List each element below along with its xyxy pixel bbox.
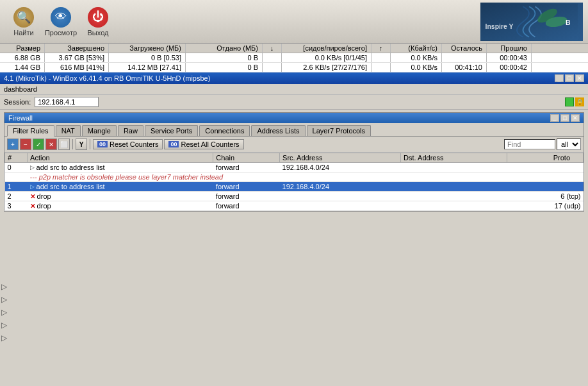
tab-connections[interactable]: Connections [199,125,250,136]
row2-uploaded: 0 B [186,63,263,72]
view-label: Просмотр [45,29,77,37]
firewall-maximize-button[interactable]: □ [560,114,569,122]
find-button[interactable]: 🔍 Найти [5,3,42,40]
col-done: Завершено [45,44,109,53]
row2-done: 616 MB [41%] [45,63,109,72]
reset-counters-button[interactable]: 00 Reset Counters [93,139,163,149]
table-row-warning: --- p2p matcher is obsolete please use l… [5,172,584,182]
reset-all-badge: 00 [168,141,179,147]
table-row[interactable]: 1 ▷ add src to address list forward 192.… [5,182,584,192]
table-row[interactable]: 3 ✕ drop forward 17 (udp) [5,201,584,211]
reset-all-counters-button[interactable]: 00 Reset All Counters [164,139,243,149]
row2-downloaded: 14.12 MB [27.41] [109,63,186,72]
tab-raw[interactable]: Raw [118,125,143,136]
row0-src: 192.168.4.0/24 [280,163,401,172]
reset-counters-label: Reset Counters [110,140,158,148]
row0-num: 0 [5,163,28,172]
col-seeds: [сидов/пиров/всего] [282,44,372,53]
tab-address-lists[interactable]: Address Lists [251,125,305,136]
row1-done: 3.67 GB [53%] [45,53,109,62]
find-input[interactable] [504,139,555,149]
firewall-minimize-button[interactable]: _ [550,114,559,122]
arrow-icon: ▷ [30,164,35,171]
svg-text:B: B [566,19,571,26]
view-icon: 👁 [51,7,71,28]
row1-downloaded: 0 B [0.53] [109,53,186,62]
row1-seeds: 0.0 KB/s [0/1/45] [282,53,372,62]
col-header-num: # [5,153,28,163]
session-label-text: Session: [4,98,31,106]
col-down-arrow: ↓ [263,44,282,53]
table-row[interactable]: 0 ▷ add src to address list forward 192.… [5,163,584,172]
tab-mangle[interactable]: Mangle [82,125,117,136]
minimize-button[interactable]: _ [555,74,564,82]
winbox-title-text: 4.1 (MikroTik) - WinBox v6.41.4 on RB Om… [4,74,210,82]
row1-chain: forward [213,182,280,192]
reset-all-label: Reset All Counters [181,140,239,148]
row3-dst [401,201,507,211]
x-icon: ✕ [30,203,35,210]
warning-message: --- p2p matcher is obsolete please use l… [28,172,584,182]
row0-action: ▷ add src to address list [28,163,213,172]
row1-uploaded: 0 B [186,53,263,62]
tab-layer7[interactable]: Layer7 Protocols [307,125,372,136]
row2-proto: 6 (tcp) [507,192,583,201]
find-icon: 🔍 [13,7,34,28]
close-button[interactable]: ✕ [575,74,584,82]
row2-src [280,192,401,201]
row1-num: 1 [5,182,28,192]
row1-up-icon [372,53,391,62]
maximize-button[interactable]: □ [565,74,574,82]
tab-service-ports[interactable]: Service Ports [145,125,198,136]
session-bar: Session: 🔒 [0,95,588,110]
find-select[interactable]: all [557,138,581,150]
col-uploaded: Отдано (МБ) [186,44,263,53]
enable-button[interactable]: ✓ [33,138,44,150]
row1-size: 6.88 GB [0,53,45,62]
firewall-table: # Action Chain Src. Address Dst. Address… [4,153,584,211]
view-button[interactable]: 👁 Просмотр [42,3,79,40]
row1-remaining [442,53,487,62]
add-button[interactable]: + [7,138,19,150]
brand-logo: B Inspire Y [480,3,583,41]
tab-bar: Filter Rules NAT Mangle Raw Service Port… [4,123,584,137]
download-row-2: 1.44 GB 616 MB [41%] 14.12 MB [27.41] 0 … [0,63,588,72]
firewall-table-wrap: # Action Chain Src. Address Dst. Address… [4,153,584,211]
row2-elapsed: 00:00:42 [487,63,532,72]
filter-button[interactable]: Y [76,138,87,150]
firewall-panel: Firewall _ □ ✕ Filter Rules NAT Mangle R… [4,112,584,212]
col-remaining: Осталось [442,44,487,53]
session-input[interactable] [35,97,99,107]
row2-speed: 0.0 KB/s [391,63,442,72]
col-speed: (Кбайт/с) [391,44,442,53]
row2-seeds: 2.6 KB/s [27/27/176] [282,63,372,72]
action-bar: + − ✓ ✕ ⬜ Y 00 Reset Counters 00 Reset A… [4,137,584,153]
col-header-action: Action [28,153,213,163]
download-header: Размер Завершено Загружено (МБ) Отдано (… [0,44,588,53]
row0-chain: forward [213,163,280,172]
exit-label: Выход [88,29,109,37]
exit-button[interactable]: ⏻ Выход [79,3,117,40]
table-row[interactable]: 2 ✕ drop forward 6 (tcp) [5,192,584,201]
copy-button[interactable]: ⬜ [58,138,70,150]
disable-button[interactable]: ✕ [45,138,57,150]
remove-button[interactable]: − [20,138,31,150]
firewall-close-button[interactable]: ✕ [571,114,580,122]
lock-icon: 🔒 [575,97,584,106]
firewall-controls: _ □ ✕ [550,114,580,122]
col-elapsed: Прошло [487,44,532,53]
table-header-row: # Action Chain Src. Address Dst. Address… [5,153,584,163]
row3-src [280,201,401,211]
tab-filter-rules[interactable]: Filter Rules [7,125,54,137]
top-toolbar: 🔍 Найти 👁 Просмотр ⏻ Выход [0,0,588,44]
row1-dst [401,182,507,192]
row1-speed: 0.0 KB/s [391,53,442,62]
row1-src: 192.168.4.0/24 [280,182,401,192]
col-header-src: Src. Address [280,153,401,163]
row3-num: 3 [5,201,28,211]
download-row-1: 6.88 GB 3.67 GB [53%] 0 B [0.53] 0 B 0.0… [0,53,588,63]
tab-nat[interactable]: NAT [56,125,81,136]
row0-proto [507,163,583,172]
winbox-titlebar: 4.1 (MikroTik) - WinBox v6.41.4 on RB Om… [0,72,588,84]
warning-num [5,172,28,182]
